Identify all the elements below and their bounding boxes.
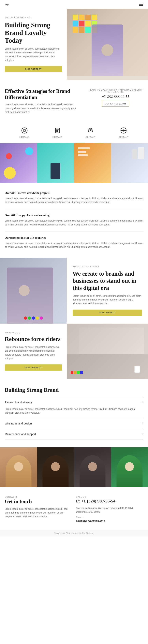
call-eyebrow: CALL US bbox=[76, 496, 86, 498]
image-grid bbox=[0, 143, 148, 183]
hero-description: Lorem ipsum dolor sit amet, consectetur … bbox=[5, 47, 62, 62]
accordion-icon-2: + bbox=[141, 421, 143, 426]
contact-title: Get in touch bbox=[5, 498, 68, 504]
strategies-right: READY TO SPEAK WITH A MARKETING EXPERT? … bbox=[88, 88, 143, 106]
accordion-label-3: Maintenance and support bbox=[5, 432, 36, 436]
logo-label-4: COMPANY bbox=[118, 136, 129, 138]
stat-title-2: Over 678+ happy clients and counting bbox=[5, 214, 143, 217]
team-cell-2 bbox=[37, 447, 74, 487]
contact-eyebrow: CONTACTS bbox=[5, 496, 18, 498]
visual-description: Lorem ipsum dolor sit amet, consectetur … bbox=[72, 294, 142, 306]
call-email: example@example.com bbox=[76, 519, 143, 522]
accordion-body-1: Lorem ipsum dolor sit amet, consectetur … bbox=[5, 404, 143, 415]
link-circle-icon bbox=[120, 127, 127, 134]
grid-cell-2 bbox=[37, 143, 74, 183]
wwd-description: Lorem ipsum dolor sit amet, consectetur … bbox=[5, 345, 62, 360]
stat-item-3: Our presence in over 11+ countries Lorem… bbox=[5, 232, 143, 254]
accordion-label-2: Wireframe and design bbox=[5, 422, 32, 425]
book-icon bbox=[54, 127, 61, 134]
logo-label-3: COMPANY bbox=[86, 136, 96, 138]
hero-eyebrow: VISUAL CONSISTENCY bbox=[5, 16, 62, 19]
team-cell-4 bbox=[111, 447, 148, 487]
brand-section-title: Building Strong Brand bbox=[5, 387, 143, 393]
team-grid bbox=[0, 447, 148, 487]
stat-title-3: Our presence in over 11+ countries bbox=[5, 236, 143, 240]
accordion-icon-3: + bbox=[141, 432, 143, 436]
contact-right: CALL US P: +1 (324) 987-56-54 You can ca… bbox=[74, 495, 143, 522]
contact-left: CONTACTS Get in touch Lorem ipsum dolor … bbox=[5, 495, 74, 522]
accordion-header-3[interactable]: Maintenance and support + bbox=[5, 432, 143, 436]
accordion-item-2: Wireframe and design + bbox=[5, 418, 143, 428]
hero-left: VISUAL CONSISTENCY Building Strong Brand… bbox=[0, 9, 67, 80]
grid-cell-4 bbox=[111, 143, 148, 183]
visual-title: We create to brands and businesses to st… bbox=[72, 270, 142, 292]
visual-left-image bbox=[0, 258, 67, 324]
footer-note-text: Sample text. Click to select the Text El… bbox=[54, 532, 94, 534]
grid-cell-1 bbox=[0, 143, 37, 183]
accordion-icon-1: + bbox=[141, 400, 143, 404]
accordion-header-2[interactable]: Wireframe and design + bbox=[5, 421, 143, 426]
what-we-do-section: WHAT WE DO Rebounce force riders Lorem i… bbox=[0, 324, 148, 379]
audit-button[interactable]: GET A FREE AUDIT bbox=[102, 101, 129, 106]
strategies-description: Lorem ipsum dolor sit amet, consectetur … bbox=[5, 103, 81, 114]
hero-title: Building Strong Brand Loyalty Today bbox=[5, 21, 62, 44]
navbar: logo bbox=[0, 0, 148, 9]
accordion-label-1: Research and strategy bbox=[5, 401, 32, 404]
call-number: P: +1 (324) 987-56-54 bbox=[76, 498, 143, 504]
strategies-section: Effective Strategies for Brand Different… bbox=[0, 80, 148, 122]
strategies-eyebrow: READY TO SPEAK WITH A MARKETING EXPERT? … bbox=[88, 89, 143, 93]
grid-cell-3 bbox=[74, 143, 111, 183]
strategies-left: Effective Strategies for Brand Different… bbox=[5, 88, 81, 114]
wwd-eyebrow: WHAT WE DO bbox=[5, 332, 62, 334]
chevron-double-icon bbox=[87, 127, 94, 134]
wwd-cta-button[interactable]: OUR CONTACT bbox=[5, 364, 62, 370]
stat-item-1: Over 345+ success worldwide projects Lor… bbox=[5, 187, 143, 209]
hero-section: VISUAL CONSISTENCY Building Strong Brand… bbox=[0, 9, 148, 80]
accordion-text-1: Lorem ipsum dolor sit amet, consectetur … bbox=[5, 407, 143, 415]
wwd-title: Rebounce force riders bbox=[5, 336, 62, 342]
hero-cta-button[interactable]: OUR CONTACT bbox=[5, 66, 62, 72]
team-cell-1 bbox=[0, 447, 37, 487]
contact-description: Lorem ipsum dolor sit amet, consectetur … bbox=[5, 507, 68, 519]
logo-item-4: COMPANY bbox=[118, 127, 129, 138]
team-cell-3 bbox=[74, 447, 111, 487]
stat-title-1: Over 345+ success worldwide projects bbox=[5, 192, 143, 195]
svg-point-0 bbox=[22, 128, 27, 133]
visual-section: VISUAL CONSISTENCY We create to brands a… bbox=[0, 258, 148, 324]
strategies-title: Effective Strategies for Brand Different… bbox=[5, 88, 81, 100]
stat-item-2: Over 678+ happy clients and counting Lor… bbox=[5, 209, 143, 232]
accordion-item-3: Maintenance and support + bbox=[5, 428, 143, 440]
call-hours: You can call us also: Weekdays between 8… bbox=[76, 506, 143, 514]
logo-item-2: COMPANY bbox=[52, 127, 62, 138]
accordion-item-1: Research and strategy + Lorem ipsum dolo… bbox=[5, 397, 143, 418]
visual-cta-button[interactable]: OUR CONTACT bbox=[72, 310, 142, 316]
brand-section: Building Strong Brand Research and strat… bbox=[0, 379, 148, 447]
hamburger-menu[interactable] bbox=[139, 3, 143, 6]
circle-icon bbox=[21, 127, 28, 134]
logo-item-3: COMPANY bbox=[86, 127, 96, 138]
contact-section: CONTACTS Get in touch Lorem ipsum dolor … bbox=[0, 487, 148, 530]
logos-row: COMPANY COMPANY COMPANY COMPANY bbox=[0, 122, 148, 143]
svg-point-1 bbox=[23, 129, 26, 132]
stat-desc-3: Lorem ipsum dolor sit amet, consectetur … bbox=[5, 242, 143, 249]
stat-desc-1: Lorem ipsum dolor sit amet, consectetur … bbox=[5, 197, 143, 204]
logo-label-1: COMPANY bbox=[19, 136, 30, 138]
footer-note: Sample text. Click to select the Text El… bbox=[0, 530, 148, 536]
hero-image bbox=[67, 9, 148, 80]
wwd-right-image bbox=[67, 324, 148, 379]
email-label: EMAIL bbox=[76, 516, 143, 518]
logo-item-1: COMPANY bbox=[19, 127, 30, 138]
stat-desc-2: Lorem ipsum dolor sit amet, consectetur … bbox=[5, 219, 143, 226]
accordion-header-1[interactable]: Research and strategy + bbox=[5, 400, 143, 404]
visual-right-content: VISUAL CONSISTENCY We create to brands a… bbox=[67, 258, 148, 324]
stats-section: Over 345+ success worldwide projects Lor… bbox=[0, 183, 148, 258]
wwd-left-content: WHAT WE DO Rebounce force riders Lorem i… bbox=[0, 324, 67, 379]
visual-eyebrow: VISUAL CONSISTENCY bbox=[72, 266, 142, 268]
logo-label-2: COMPANY bbox=[52, 136, 62, 138]
strategies-phone: +1 232 333 44 55 bbox=[88, 94, 143, 99]
nav-logo: logo bbox=[5, 3, 9, 6]
